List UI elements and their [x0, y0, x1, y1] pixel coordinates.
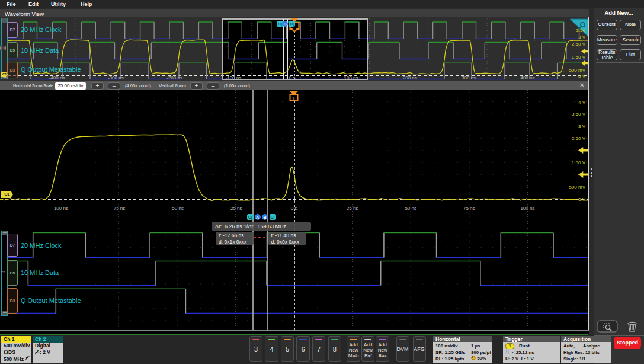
svg-text:T: T	[292, 95, 296, 101]
